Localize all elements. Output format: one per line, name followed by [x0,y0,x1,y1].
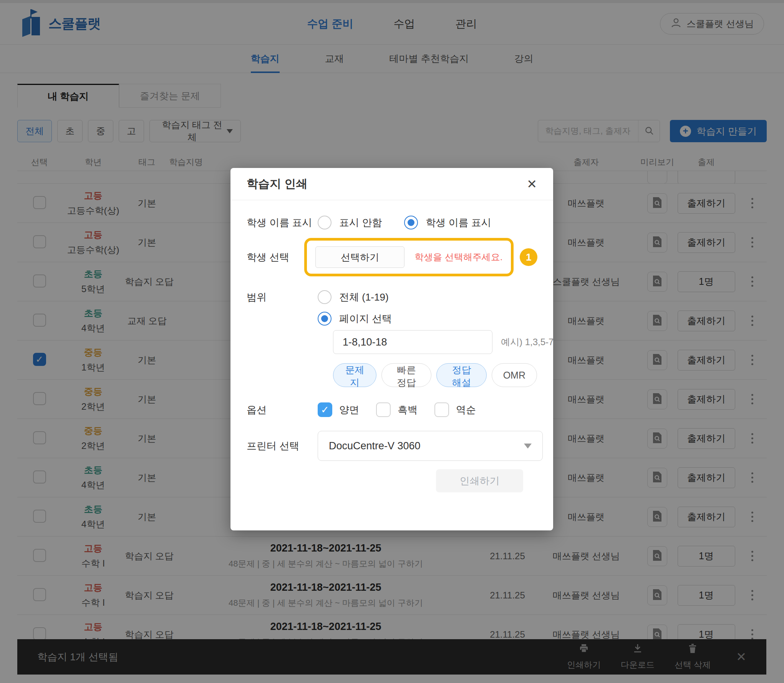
check-reverse-order[interactable]: 역순 [434,402,476,417]
tutorial-highlight-box: 선택하기 학생을 선택해주세요. [304,238,514,276]
pill-quick-answers[interactable]: 빠른정답 [381,363,431,387]
check-duplex[interactable]: 양면 [318,402,359,417]
select-students-button[interactable]: 선택하기 [315,246,404,268]
field-student-select: 학생 선택 선택하기 학생을 선택해주세요. 1 [247,238,537,276]
student-select-error-text: 학생을 선택해주세요. [414,251,502,263]
close-icon[interactable]: ✕ [527,177,537,191]
print-worksheet-modal: 학습지 인쇄 ✕ 학생 이름 표시 표시 안함 학생 이름 표시 학생 선택 선… [230,168,553,530]
checkbox-icon [434,402,449,417]
chevron-down-icon [524,444,532,449]
checkbox-icon [376,402,391,417]
print-submit-button[interactable]: 인쇄하기 [436,469,523,492]
field-student-name-display: 학생 이름 표시 표시 안함 학생 이름 표시 [247,216,537,229]
pill-answer-explanation[interactable]: 정답해설 [436,363,486,387]
checkbox-checked-icon [318,402,332,417]
modal-title: 학습지 인쇄 [247,176,307,192]
page-range-hint: 예시) 1,3,5-7 [501,336,554,348]
radio-off-icon [318,216,332,229]
check-grayscale[interactable]: 흑백 [376,402,418,417]
pill-omr[interactable]: OMR [492,363,537,387]
printer-select[interactable]: DocuCentre-V 3060 [318,431,543,461]
field-options: 옵션 양면 흑백 역순 [247,402,537,417]
field-printer: 프린터 선택 DocuCentre-V 3060 [247,431,537,461]
radio-range-all[interactable]: 전체 (1-19) [318,290,537,304]
radio-off-icon [318,290,332,304]
radio-range-pages[interactable]: 페이지 선택 [318,312,537,326]
radio-show-student-name[interactable]: 학생 이름 표시 [404,216,491,229]
radio-on-icon [404,216,418,229]
radio-hide-student-name[interactable]: 표시 안함 [318,216,382,229]
radio-on-icon [318,312,332,326]
pill-worksheet[interactable]: 문제지 [333,363,376,387]
tutorial-step-badge: 1 [520,248,537,266]
field-range: 범위 전체 (1-19) [247,290,537,304]
page-range-input[interactable] [333,330,492,354]
